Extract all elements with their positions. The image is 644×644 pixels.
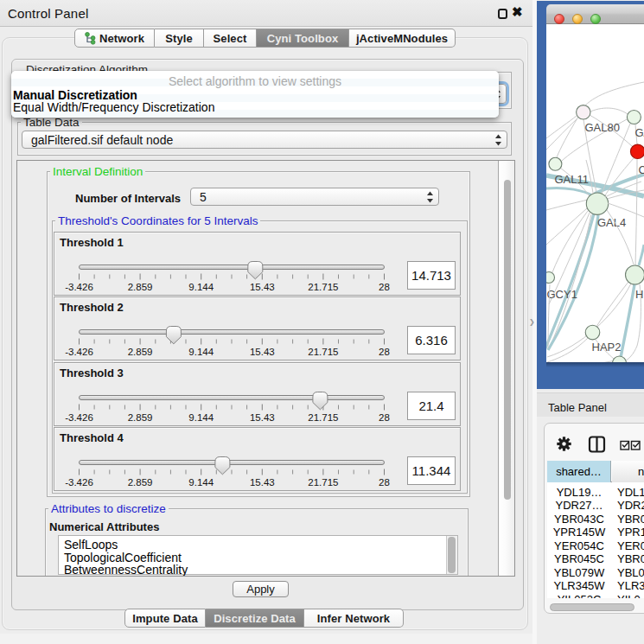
svg-text:28: 28 [379, 411, 390, 422]
svg-text:28: 28 [379, 477, 390, 488]
svg-text:-3.426: -3.426 [65, 411, 93, 422]
svg-text:-3.426: -3.426 [65, 281, 93, 291]
svg-text:2.859: 2.859 [128, 347, 153, 357]
svg-text:C: C [639, 163, 644, 176]
svg-text:21.715: 21.715 [308, 281, 338, 291]
svg-text:GAL80: GAL80 [585, 121, 620, 134]
svg-text:GAL11: GAL11 [555, 173, 590, 186]
svg-text:15.43: 15.43 [250, 477, 275, 488]
svg-text:15.43: 15.43 [250, 347, 275, 357]
svg-text:28: 28 [379, 347, 390, 357]
svg-text:9.144: 9.144 [188, 411, 214, 422]
svg-text:2.859: 2.859 [128, 477, 153, 488]
svg-text:21.715: 21.715 [308, 411, 338, 422]
svg-text:9.144: 9.144 [188, 281, 214, 291]
svg-text:-3.426: -3.426 [65, 477, 93, 488]
svg-text:GA: GA [635, 126, 644, 139]
svg-text:-3.426: -3.426 [65, 347, 93, 357]
svg-text:15.43: 15.43 [250, 281, 275, 291]
svg-text:2.859: 2.859 [128, 281, 153, 291]
svg-text:21.715: 21.715 [308, 477, 338, 488]
svg-text:GCY1: GCY1 [547, 288, 577, 301]
svg-text:15.43: 15.43 [250, 411, 275, 422]
svg-text:H: H [635, 288, 643, 301]
svg-text:21.715: 21.715 [308, 347, 338, 357]
svg-text:2.859: 2.859 [128, 411, 153, 422]
svg-text:HAP2: HAP2 [592, 341, 622, 354]
svg-text:28: 28 [379, 281, 390, 291]
svg-text:9.144: 9.144 [188, 347, 214, 357]
svg-text:9.144: 9.144 [188, 477, 214, 488]
